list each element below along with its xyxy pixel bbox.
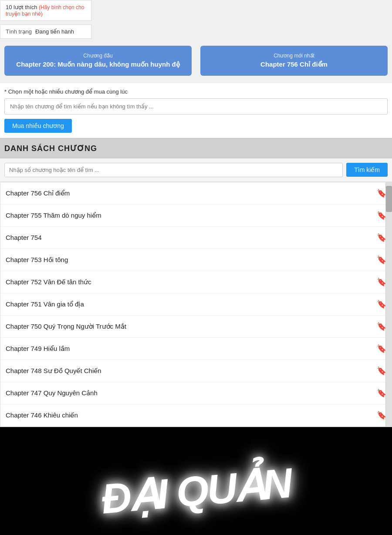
chapter-item-name: Chapter 746 Khiêu chiến	[6, 411, 372, 419]
chapter-item-name: Chapter 751 Vân gia tổ địa	[6, 300, 372, 308]
chapter-item-name: Chapter 753 Hồi tông	[6, 256, 372, 264]
bookmark-icon[interactable]: 🔖	[377, 411, 386, 420]
chapter-list-item[interactable]: Chapter 755 Thăm dò nguy hiểm 🔖	[0, 205, 392, 227]
first-chapter-label: Chương đầu	[13, 52, 183, 60]
buy-button[interactable]: Mua nhiều chương	[4, 119, 72, 133]
buy-search-input[interactable]	[4, 98, 388, 114]
chapter-item-name: Chapter 755 Thăm dò nguy hiểm	[6, 212, 372, 219]
scrollbar-thumb[interactable]	[386, 186, 392, 212]
bookmark-icon[interactable]: 🔖	[377, 233, 386, 242]
chapter-list-header: DANH SÁCH CHƯƠNG	[0, 138, 392, 158]
chapter-item-name: Chapter 754	[6, 234, 372, 241]
status-section: Tình trạng Đang tiến hành	[0, 24, 91, 39]
chapter-list: Chapter 756 Chỉ điểm 🔖 Chapter 755 Thăm …	[0, 182, 392, 427]
chapter-list-item[interactable]: Chapter 750 Quý Trọng Người Trước Mắt 🔖	[0, 316, 392, 338]
status-label: Tình trạng	[6, 28, 32, 35]
bookmark-icon[interactable]: 🔖	[377, 277, 386, 287]
buy-hint: * Chọn một hoặc nhiều chương để mua cùng…	[4, 88, 388, 95]
chapter-list-item[interactable]: Chapter 756 Chỉ điểm 🔖	[0, 182, 392, 205]
chapter-search-row: Tìm kiếm	[0, 158, 392, 182]
chapter-list-item[interactable]: Chapter 752 Vân Đế tân thức 🔖	[0, 271, 392, 293]
scrollbar-track[interactable]	[385, 182, 392, 427]
chapter-list-item[interactable]: Chapter 751 Vân gia tổ địa 🔖	[0, 293, 392, 316]
bookmark-icon[interactable]: 🔖	[377, 388, 386, 398]
chapter-list-item[interactable]: Chapter 747 Quy Nguyên Cảnh 🔖	[0, 382, 392, 404]
chapter-item-name: Chapter 756 Chỉ điểm	[6, 189, 372, 197]
buy-section: * Chọn một hoặc nhiều chương để mua cùng…	[0, 83, 392, 138]
chapter-list-item[interactable]: Chapter 748 Sư Đồ Quyết Chiến 🔖	[0, 360, 392, 382]
chapter-list-item[interactable]: Chapter 753 Hồi tông 🔖	[0, 249, 392, 271]
latest-chapter-title: Chapter 756 Chỉ điểm	[209, 60, 379, 70]
votes-count: 10 lượt thích	[6, 4, 37, 10]
footer-logo: ĐẠI QUẢN	[99, 458, 293, 524]
chapter-search-input[interactable]	[4, 163, 343, 177]
status-value: Đang tiến hành	[35, 28, 74, 35]
bookmark-icon[interactable]: 🔖	[377, 211, 386, 220]
first-chapter-button[interactable]: Chương đầu Chapter 200: Muốn nàng dâu, k…	[4, 46, 192, 76]
chapter-search-button[interactable]: Tìm kiếm	[346, 163, 388, 177]
chapter-item-name: Chapter 752 Vân Đế tân thức	[6, 278, 372, 286]
chapter-item-name: Chapter 749 Hiểu lầm	[6, 345, 372, 353]
votes-section: 10 lượt thích (Hãy bình chọn cho truyện …	[0, 0, 91, 21]
chapter-item-name: Chapter 747 Quy Nguyên Cảnh	[6, 389, 372, 397]
chapter-list-item[interactable]: Chapter 754 🔖	[0, 227, 392, 249]
footer-banner: ĐẠI QUẢN NetTruyện	[0, 427, 392, 535]
bookmark-icon[interactable]: 🔖	[377, 366, 386, 376]
bookmark-icon[interactable]: 🔖	[377, 188, 386, 198]
bookmark-icon[interactable]: 🔖	[377, 344, 386, 353]
bookmark-icon[interactable]: 🔖	[377, 255, 386, 265]
latest-chapter-label: Chương mới nhất	[209, 52, 379, 60]
chapter-list-item[interactable]: Chapter 746 Khiêu chiến 🔖	[0, 404, 392, 427]
first-chapter-title: Chapter 200: Muốn nàng dâu, không muốn h…	[13, 60, 183, 70]
latest-chapter-button[interactable]: Chương mới nhất Chapter 756 Chỉ điểm	[200, 46, 388, 76]
chapter-item-name: Chapter 750 Quý Trọng Người Trước Mắt	[6, 323, 372, 330]
bookmark-icon[interactable]: 🔖	[377, 322, 386, 331]
chapter-navigation: Chương đầu Chapter 200: Muốn nàng dâu, k…	[0, 39, 392, 83]
chapter-item-name: Chapter 748 Sư Đồ Quyết Chiến	[6, 367, 372, 375]
bookmark-icon[interactable]: 🔖	[377, 299, 386, 309]
chapter-list-item[interactable]: Chapter 749 Hiểu lầm 🔖	[0, 338, 392, 360]
